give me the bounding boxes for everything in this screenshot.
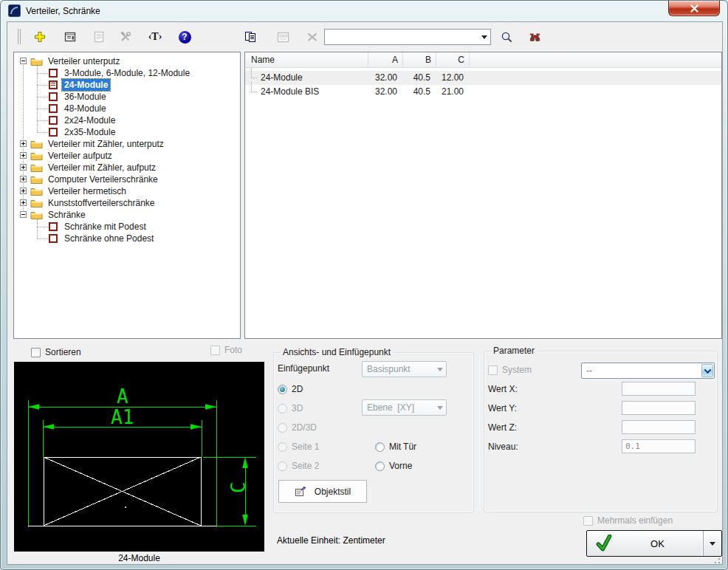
object-style-icon: [295, 486, 307, 497]
system-label: System: [502, 365, 532, 375]
radio-vorne[interactable]: [375, 461, 385, 471]
mehrmals-label: Mehrmals einfügen: [597, 515, 673, 526]
column-header-name[interactable]: Name: [245, 52, 368, 67]
column-header-a[interactable]: A: [368, 52, 403, 67]
radio-mit-tuer[interactable]: [375, 442, 385, 452]
tree-item[interactable]: 2x35-Module: [14, 126, 240, 138]
block-icon: [49, 234, 58, 243]
tree-item-label: Computer Verteilerschränke: [48, 174, 158, 185]
tree-item[interactable]: 48-Module: [14, 103, 240, 114]
resize-grip[interactable]: [712, 555, 721, 564]
tree-item-label: Verteiler mit Zähler, aufputz: [48, 162, 156, 174]
list-button: [89, 27, 109, 47]
tree-item[interactable]: Verteiler unterputz: [14, 55, 240, 67]
tree-item[interactable]: Kunststoffverteilerschränke: [14, 197, 240, 209]
tree-item[interactable]: Schränke ohne Podest: [14, 233, 240, 244]
delete-button: [302, 27, 323, 47]
tree-stub: [251, 68, 257, 78]
tree-expander-icon[interactable]: [20, 152, 27, 159]
add-button[interactable]: [30, 27, 50, 47]
table-header: Name A B C: [245, 52, 721, 68]
close-button[interactable]: [668, 1, 720, 16]
tree-item[interactable]: Verteiler mit Zähler, aufputz: [14, 162, 240, 174]
tree-expander-icon[interactable]: [20, 199, 27, 206]
tree-expander-icon[interactable]: [20, 164, 27, 171]
table-row[interactable]: 24-Module 32.00 40.5 12.00: [245, 71, 721, 85]
tree-item-label: 2x35-Module: [64, 126, 115, 138]
toolbar-gripper[interactable]: [18, 29, 21, 44]
tree-item[interactable]: 2x24-Module: [14, 114, 240, 126]
copy-button[interactable]: [240, 27, 261, 47]
wert-z-label: Wert Z:: [488, 422, 517, 433]
tree-expander-icon[interactable]: [20, 211, 27, 218]
sortieren-checkbox-row: Sortieren: [31, 347, 81, 357]
tree-item[interactable]: Verteiler hermetisch: [14, 185, 240, 197]
search-input[interactable]: [327, 30, 478, 44]
cell-a: 32.00: [368, 71, 403, 85]
dropdown-arrow-icon: [434, 368, 446, 371]
close-icon: [690, 4, 698, 13]
dim-label-c: C: [227, 481, 250, 493]
wert-z-field: [622, 420, 696, 434]
column-header-c[interactable]: C: [436, 52, 470, 67]
tree-item[interactable]: Schränke mit Podest: [14, 221, 240, 233]
tree-item-label: 36-Module: [64, 91, 106, 103]
ok-label: OK: [612, 538, 703, 549]
binoculars-icon: [529, 31, 541, 43]
search-dropdown-arrow[interactable]: [478, 30, 490, 44]
help-button[interactable]: ?: [174, 27, 195, 47]
sortieren-checkbox[interactable]: [31, 348, 41, 357]
system-checkbox: [488, 365, 498, 375]
preview-caption: 24-Module: [14, 553, 264, 563]
title-bar[interactable]: Verteiler, Schränke: [1, 1, 727, 21]
niveau-field: [622, 439, 696, 453]
objektstil-button[interactable]: Objektstil: [278, 480, 367, 503]
search-button[interactable]: [496, 27, 517, 47]
ok-dropdown-arrow[interactable]: [703, 531, 721, 556]
tree-expander-icon[interactable]: [20, 58, 27, 64]
tree-expander-icon[interactable]: [20, 188, 27, 194]
app-icon: [8, 4, 21, 17]
cell-c: 12.00: [436, 71, 470, 85]
mehrmals-checkbox-row: Mehrmals einfügen: [583, 515, 673, 526]
tree-item[interactable]: Schränke: [14, 209, 240, 221]
dim-label-a1: A1: [111, 406, 134, 428]
tree-item-label: Verteiler unterputz: [48, 55, 120, 67]
radio-2d-row: 2D: [278, 384, 303, 394]
cad-preview: A A1 C: [14, 362, 264, 552]
radio-seite2: [278, 461, 287, 471]
radio-vorne-label: Vorne: [389, 461, 412, 471]
tree-expander-icon[interactable]: [20, 176, 27, 182]
system-combobox[interactable]: --: [581, 363, 715, 379]
new-category-button[interactable]: [60, 27, 80, 47]
foto-checkbox: [210, 346, 220, 355]
wert-x-label: Wert X:: [488, 384, 518, 394]
wert-y-label: Wert Y:: [488, 403, 517, 413]
tree-item[interactable]: 3-Module, 6-Module, 12-Module: [14, 67, 240, 79]
table-row[interactable]: 24-Module BIS 32.00 40.5 21.00: [245, 85, 721, 99]
form-fields-icon: [277, 32, 289, 43]
cell-c: 21.00: [436, 85, 470, 99]
tree-item[interactable]: 24-Module: [14, 79, 240, 91]
radio-seite1-label: Seite 1: [292, 442, 319, 452]
basispunkt-combobox: Basispunkt: [362, 361, 447, 377]
category-tree-panel: Verteiler unterputz 3-Module, 6-Module, …: [13, 52, 241, 339]
document-list-icon: [93, 31, 105, 43]
tree-item[interactable]: Verteiler aufputz: [14, 150, 240, 162]
text-style-button[interactable]: ‹T›: [145, 27, 165, 47]
radio-2d[interactable]: [278, 385, 287, 394]
basispunkt-value: Basispunkt: [363, 364, 434, 374]
tree-item-label: Verteiler aufputz: [48, 150, 112, 162]
add-icon: [34, 31, 46, 43]
dropdown-arrow-icon[interactable]: [701, 364, 713, 377]
tree-item[interactable]: Verteiler mit Zähler, unterputz: [14, 138, 240, 150]
column-header-b[interactable]: B: [403, 52, 436, 67]
view-group-title: Ansichts- und Einfügepunkt: [280, 347, 394, 357]
ok-button[interactable]: OK: [586, 530, 722, 557]
tree-item[interactable]: 36-Module: [14, 91, 240, 103]
foto-checkbox-row: Foto: [210, 345, 242, 355]
tree-expander-icon[interactable]: [20, 140, 27, 147]
search-combobox[interactable]: [324, 29, 491, 45]
tree-item-label: Schränke mit Podest: [64, 221, 146, 233]
tree-item[interactable]: Computer Verteilerschränke: [14, 174, 240, 185]
